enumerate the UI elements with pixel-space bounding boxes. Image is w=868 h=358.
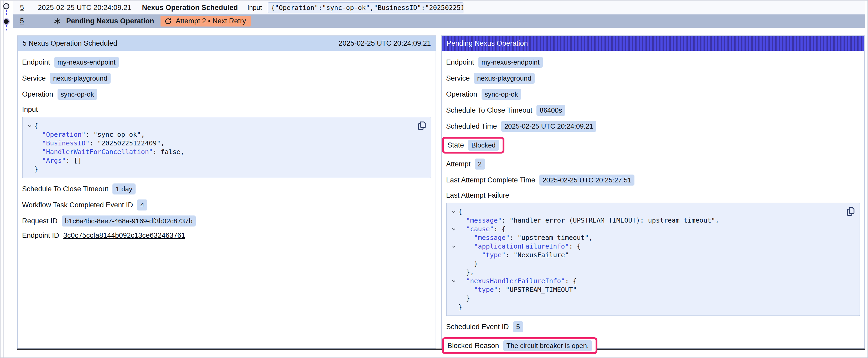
event-id-link[interactable]: 5 (20, 17, 29, 25)
field-scheduled-event-id: Scheduled Event ID 5 (446, 321, 860, 332)
code-text: "applicationFailureInfo": { (458, 242, 581, 251)
code-text: "type": "UPSTREAM_TIMEOUT" (458, 285, 577, 294)
endpoint-id-link[interactable]: 3c0c75ccfa8144b092c13ce632463761 (63, 231, 185, 240)
code-text: { (34, 122, 38, 130)
collapse-chevron-icon[interactable] (449, 276, 458, 285)
event-row-scheduled[interactable]: 5 2025-02-25 UTC 20:24:09.21 Nexus Opera… (13, 1, 865, 14)
code-line: "type": "UPSTREAM_TIMEOUT" (449, 285, 844, 294)
field-schedule-to-close-timeout: Schedule To Close Timeout 1 day (22, 184, 431, 194)
code-gutter (449, 303, 458, 311)
timeline-track (3, 1, 4, 357)
field-value-chip: my-nexus-endpoint (54, 57, 119, 68)
code-gutter (25, 148, 34, 156)
input-json-viewer: { "Operation": "sync-op-ok", "BusinessID… (22, 117, 431, 178)
event-input-label: Input (247, 4, 262, 11)
pending-panel-title: Pending Nexus Operation (446, 39, 528, 47)
code-line: "HandlerWaitForCancellation": false, (25, 148, 415, 156)
field-service: Service nexus-playground (22, 73, 431, 84)
code-text: } (458, 294, 470, 303)
field-value-chip: sync-op-ok (482, 89, 521, 100)
code-line: } (25, 165, 415, 173)
field-value-chip: nexus-playground (474, 73, 535, 84)
event-history-view: 5 2025-02-25 UTC 20:24:09.21 Nexus Opera… (0, 0, 868, 358)
code-line: { (449, 207, 844, 216)
code-gutter (25, 156, 34, 165)
event-title: Nexus Operation Scheduled (142, 4, 238, 12)
scheduled-panel-title: 5 Nexus Operation Scheduled (23, 39, 117, 47)
code-gutter (449, 268, 458, 276)
code-line: "message": "handler error (UPSTREAM_TIME… (449, 216, 844, 225)
collapse-chevron-icon[interactable] (449, 225, 458, 233)
code-line: { (25, 122, 415, 130)
field-endpoint: Endpoint my-nexus-endpoint (446, 57, 860, 68)
retry-badge-label: Attempt 2 • Next Retry (176, 17, 246, 25)
code-text: }, (458, 268, 474, 276)
copy-icon[interactable] (845, 206, 856, 218)
pending-panel-body: Endpoint my-nexus-endpoint Service nexus… (442, 51, 864, 354)
code-line: }, (449, 268, 844, 276)
field-value-chip: sync-op-ok (58, 89, 97, 100)
event-id-link[interactable]: 5 (20, 4, 29, 12)
field-state: State Blocked (446, 137, 860, 154)
code-line: } (449, 294, 844, 303)
code-gutter (25, 165, 34, 173)
code-text: "message": "upstream timeout", (458, 233, 593, 242)
code-text: "message": "handler error (UPSTREAM_TIME… (458, 216, 719, 225)
field-blocked-reason: Blocked Reason The circuit breaker is op… (446, 337, 860, 354)
code-line: "Args": [] (25, 156, 415, 165)
code-gutter (25, 130, 34, 139)
code-line: "message": "upstream timeout", (449, 233, 844, 242)
scheduled-panel-body: Endpoint my-nexus-endpoint Service nexus… (18, 51, 436, 240)
failure-json-viewer: { "message": "handler error (UPSTREAM_TI… (446, 203, 860, 316)
collapse-chevron-icon[interactable] (449, 242, 458, 251)
field-value-chip: nexus-playground (50, 73, 111, 84)
code-text: "nexusHandlerFailureInfo": { (458, 276, 577, 285)
code-text: "Args": [] (34, 156, 82, 165)
collapse-chevron-icon[interactable] (449, 207, 458, 216)
field-value-chip: 5 (513, 321, 523, 332)
code-line: "BusinessID": "20250225122409", (25, 139, 415, 148)
pending-asterisk-icon (53, 17, 61, 26)
event-input-preview: {"Operation":"sync-op-ok","BusinessID":"… (268, 2, 463, 13)
copy-icon[interactable] (417, 121, 427, 132)
code-text: "Operation": "sync-op-ok", (34, 130, 145, 139)
code-text: } (458, 303, 462, 311)
code-gutter (449, 285, 458, 294)
blocked-reason-badge: The circuit breaker is open. (503, 340, 592, 351)
event-timeline (1, 1, 12, 35)
field-scheduled-time: Scheduled Time 2025-02-25 UTC 20:24:09.2… (446, 121, 860, 132)
timeline-open-dot (4, 4, 9, 9)
pending-panel-header: Pending Nexus Operation (442, 36, 864, 51)
field-endpoint: Endpoint my-nexus-endpoint (22, 57, 431, 68)
field-value-chip: 4 (137, 199, 147, 210)
code-text: } (34, 165, 38, 173)
event-time: 2025-02-25 UTC 20:24:09.21 (38, 4, 131, 12)
code-gutter (25, 139, 34, 148)
code-gutter (449, 251, 458, 259)
event-row-pending[interactable]: 5 Pending Nexus Operation Attempt 2 • Ne… (13, 14, 865, 28)
event-title: Pending Nexus Operation (66, 17, 154, 25)
retry-attempt-badge: Attempt 2 • Next Retry (160, 16, 251, 27)
collapse-chevron-icon[interactable] (25, 122, 34, 130)
event-rows: 5 2025-02-25 UTC 20:24:09.21 Nexus Opera… (13, 1, 865, 28)
code-line: "applicationFailureInfo": { (449, 242, 844, 251)
blocked-reason-highlight-box: Blocked Reason The circuit breaker is op… (442, 337, 597, 354)
code-text: "cause": { (458, 225, 506, 233)
field-workflow-task-completed-event-id: Workflow Task Completed Event ID 4 (22, 199, 431, 210)
field-last-attempt-complete-time: Last Attempt Complete Time 2025-02-25 UT… (446, 174, 860, 186)
state-highlight-box: State Blocked (442, 137, 504, 154)
field-request-id: Request ID b1c6a4bc-8ee7-468a-9169-df3b0… (22, 216, 431, 227)
event-detail-split: 5 Nexus Operation Scheduled 2025-02-25 U… (17, 35, 865, 350)
code-text: } (458, 259, 478, 268)
input-section-label: Input (22, 105, 431, 113)
field-value-chip: 2025-02-25 UTC 20:25:27.51 (539, 174, 634, 186)
state-badge: Blocked (468, 140, 499, 151)
code-gutter (449, 216, 458, 225)
field-endpoint-id: Endpoint ID 3c0c75ccfa8144b092c13ce63246… (22, 231, 431, 240)
code-line: "nexusHandlerFailureInfo": { (449, 276, 844, 285)
field-attempt: Attempt 2 (446, 159, 860, 169)
scheduled-event-panel: 5 Nexus Operation Scheduled 2025-02-25 U… (17, 35, 436, 349)
code-line: "type": "NexusFailure" (449, 251, 844, 259)
code-line: } (449, 303, 844, 311)
code-text: "type": "NexusFailure" (458, 251, 569, 259)
